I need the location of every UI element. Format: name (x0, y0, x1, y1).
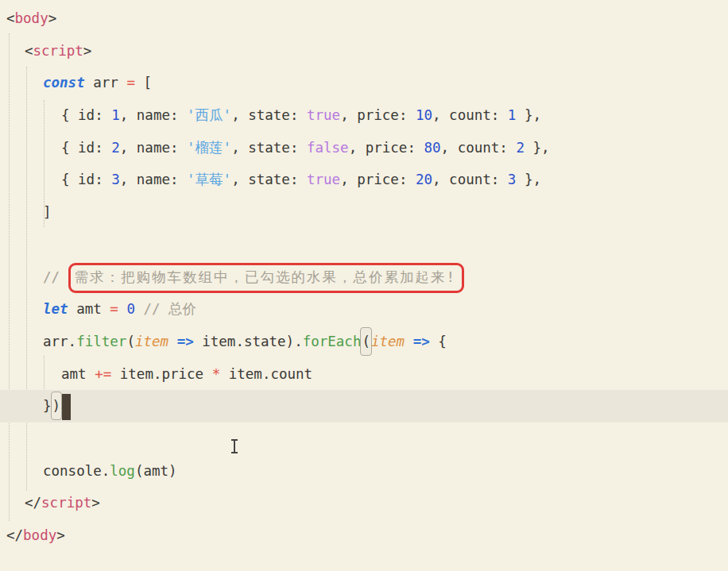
code-token: , state: (231, 172, 307, 187)
code-token: '榴莲' (187, 140, 231, 156)
code-token: </ (6, 527, 23, 543)
code-token: , name: (120, 140, 187, 156)
code-token: amt (61, 366, 95, 382)
code-token: item (371, 334, 405, 349)
code-line[interactable]: </script> (0, 487, 728, 519)
code-token: '西瓜' (187, 107, 231, 123)
code-line[interactable]: let amt = 0 // 总价 (0, 293, 728, 326)
code-token: 10 (416, 107, 432, 123)
code-line[interactable]: </body> (0, 519, 728, 552)
code-line[interactable]: <script> (0, 35, 728, 68)
ibeam-mouse-cursor (234, 440, 235, 453)
code-token: // 总价 (143, 301, 196, 317)
code-token: }, (516, 107, 541, 123)
code-token: , state: (231, 107, 307, 123)
code-token: < (25, 43, 33, 59)
code-line[interactable] (0, 229, 728, 261)
code-token: body (23, 527, 56, 543)
code-token: => (177, 334, 194, 349)
code-token: </ (25, 495, 41, 511)
code-token: = (110, 301, 118, 317)
code-token: , state: (231, 140, 307, 156)
code-token: arr (85, 75, 127, 91)
code-token: [ (135, 75, 152, 91)
code-token: item.state). (194, 334, 303, 349)
code-token: > (83, 43, 92, 59)
code-token: += (95, 366, 111, 382)
code-token: ( (126, 334, 135, 349)
code-token: ] (43, 204, 52, 220)
code-line[interactable]: amt += item.price * item.count (0, 358, 728, 391)
code-token: }, (525, 140, 550, 156)
code-token: , price: (340, 107, 416, 123)
code-token: , count: (432, 107, 508, 123)
code-token: { (430, 334, 447, 349)
code-token: > (56, 527, 65, 543)
code-token: log (110, 463, 135, 479)
code-token: const (43, 75, 85, 91)
code-token: // (43, 269, 68, 285)
code-token: } (43, 398, 52, 414)
code-line[interactable]: // 需求：把购物车数组中，已勾选的水果，总价累加起来! (0, 261, 728, 294)
code-line[interactable]: <body> (0, 2, 728, 35)
code-token: item.count (220, 366, 312, 382)
code-line[interactable]: arr.filter(item => item.state).forEach(i… (0, 326, 728, 358)
text-cursor-block (62, 394, 71, 420)
code-token: item.price (111, 366, 211, 382)
code-token: < (6, 10, 15, 26)
code-token: body (15, 10, 48, 26)
code-token: { id: (61, 172, 111, 187)
code-token: script (33, 43, 83, 59)
code-token: , name: (120, 172, 187, 187)
bracket-match-highlight: ( (360, 327, 372, 356)
code-token: > (91, 495, 100, 511)
code-token: 3 (111, 172, 120, 187)
annotation-redbox: 需求：把购物车数组中，已勾选的水果，总价累加起来! (68, 263, 465, 293)
code-line[interactable]: { id: 3, name: '草莓', state: true, price:… (0, 164, 728, 196)
code-token: { id: (61, 140, 111, 156)
code-token: console. (43, 463, 110, 479)
code-token (118, 301, 127, 317)
code-token: 2 (516, 140, 525, 156)
code-token: { id: (61, 107, 111, 123)
code-line[interactable]: { id: 2, name: '榴莲', state: false, price… (0, 132, 728, 164)
code-token: amt (68, 301, 110, 317)
code-token: arr. (43, 334, 76, 349)
code-token: > (48, 10, 57, 26)
code-token: 20 (416, 172, 432, 187)
code-token: false (307, 140, 349, 156)
code-token (405, 334, 413, 349)
code-editor[interactable]: <body><script>const arr = [{ id: 1, name… (0, 0, 728, 552)
code-token: filter (76, 334, 126, 349)
code-token: , price: (349, 140, 424, 156)
bracket-match-highlight: ) (51, 392, 63, 420)
code-token: , price: (340, 172, 416, 187)
code-token: , count: (432, 172, 508, 187)
code-line[interactable]: const arr = [ (0, 67, 728, 99)
code-token: forEach (303, 334, 362, 349)
code-token: '草莓' (187, 172, 231, 187)
code-token: true (307, 172, 340, 187)
code-token: }, (516, 172, 541, 187)
code-token (168, 334, 177, 349)
code-token: true (307, 107, 340, 123)
code-token: (amt) (135, 463, 177, 479)
code-token: 1 (111, 107, 120, 123)
code-token: 1 (508, 107, 517, 123)
code-token: script (41, 495, 91, 511)
code-token: 2 (111, 140, 120, 156)
code-token: 0 (126, 301, 135, 317)
code-token (135, 301, 144, 317)
code-line[interactable]: ] (0, 196, 728, 229)
code-line[interactable]: console.log(amt) (0, 455, 728, 488)
code-line[interactable]: { id: 1, name: '西瓜', state: true, price:… (0, 99, 728, 132)
code-token: item (135, 334, 168, 349)
code-token: 3 (508, 172, 517, 187)
code-line-current[interactable]: }) (0, 390, 728, 422)
code-token: * (212, 366, 221, 382)
code-token: , name: (120, 107, 187, 123)
code-token: => (413, 334, 430, 349)
code-token: = (126, 75, 135, 91)
code-token: 80 (424, 140, 440, 156)
code-line[interactable] (0, 422, 728, 455)
